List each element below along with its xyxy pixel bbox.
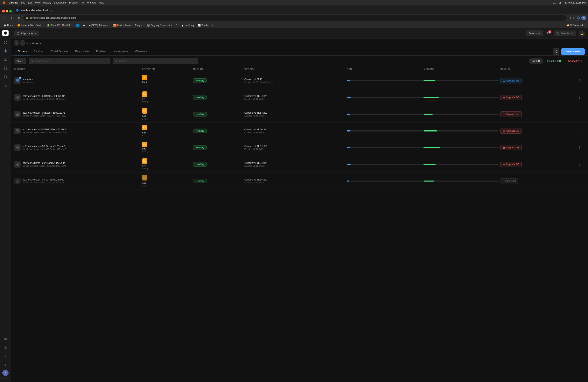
bookmark-bonds[interactable]: 📊 Bonds — [196, 23, 210, 27]
menu-window[interactable]: Window — [87, 1, 96, 4]
more-row5[interactable]: ⋮ — [577, 145, 585, 150]
sidebar-item-help[interactable]: ? — [1, 353, 9, 361]
upgrade-button-row6[interactable]: Upgrade 0/3 — [500, 162, 522, 167]
more-menu-btn-row7[interactable]: ⋮ — [577, 179, 582, 183]
more-menu-btn-row3[interactable]: ⋮ — [577, 112, 582, 117]
bookmark-aws[interactable]: 🟠 Amazon Web Servi... — [16, 23, 44, 27]
bookmark-home[interactable]: 🏠 Home — [2, 23, 15, 27]
tab-global-services[interactable]: Global Services — [47, 47, 72, 55]
search-bar[interactable]: Search ⌘K — [554, 31, 576, 36]
bookmark-rabbit[interactable]: 🐰 rabbitmq — [179, 23, 195, 27]
menu-history[interactable]: History — [43, 1, 51, 4]
menu-view[interactable]: View — [35, 1, 41, 4]
sidebar-item-github[interactable] — [1, 344, 9, 352]
bookmark-more[interactable]: » — [210, 23, 215, 27]
more-menu-btn-row2[interactable]: ⋮ — [577, 95, 582, 100]
back-button[interactable]: ‹ — [2, 15, 7, 21]
apple-menu[interactable]: 🍎 — [2, 1, 5, 4]
search-tags-input[interactable]: Search Tags... — [29, 58, 110, 64]
tab-services[interactable]: Services — [30, 47, 47, 55]
sidebar-item-settings[interactable] — [1, 361, 9, 369]
menu-profiles[interactable]: Profiles — [69, 1, 78, 4]
cast-icon[interactable]: ⊡ — [568, 16, 571, 20]
reload-button[interactable]: ↻ — [16, 15, 21, 21]
project-selector[interactable]: All projects — [14, 31, 39, 36]
more-row2[interactable]: ⋮ — [577, 95, 585, 100]
bookmark-plural[interactable]: 📗 Plural CD: The 3 Sl... — [45, 23, 74, 27]
filter-unhealthy-btn[interactable]: Unhealthy 0 — [566, 58, 585, 64]
address-bar[interactable]: 🔒 console.scale-test.onplural.sh/cd/clus… — [23, 15, 567, 21]
forward-button[interactable]: › — [9, 15, 14, 21]
theme-toggle-button[interactable]: 🌙 — [579, 30, 585, 37]
tab-pipelines[interactable]: Pipelines — [93, 47, 110, 55]
bookmark-linkedin[interactable]: in — [75, 23, 81, 27]
upgrade-button-row3[interactable]: Upgrade 0/3 — [500, 111, 522, 117]
breadcrumb-back-btn[interactable]: ‹ — [14, 41, 19, 45]
tab-namespaces[interactable]: Namespaces — [110, 47, 132, 55]
sidebar-item-grid[interactable] — [1, 64, 9, 72]
upgrade-button-row5[interactable]: Upgrade 0/3 — [500, 145, 522, 150]
upgrade-button-row4[interactable]: Upgrade 0/3 — [500, 128, 522, 134]
sidebar-avatar[interactable]: A — [2, 370, 9, 376]
tag-filter-dropdown[interactable]: Any — [14, 58, 26, 64]
profile-icon[interactable]: A — [581, 16, 586, 20]
sidebar-logo[interactable] — [2, 30, 9, 36]
more-menu-btn-row6[interactable]: ⋮ — [577, 162, 582, 167]
menu-edit[interactable]: Edit — [28, 1, 32, 4]
bookmark-new1st[interactable]: ▶ [NEW] 1st party... — [87, 23, 111, 27]
bookmark-s[interactable]: S — [174, 23, 179, 27]
more-menu-btn-scale-test[interactable]: ⋮ — [577, 78, 582, 83]
table-row[interactable]: ec2-test-cluster-i-0019a6f484956c50e han… — [11, 89, 588, 106]
more-menu-btn-row4[interactable]: ⋮ — [577, 128, 582, 133]
new-tab-btn[interactable]: + — [49, 8, 54, 14]
upgrade-button-row2[interactable]: Upgrade 0/3 — [500, 95, 522, 100]
bookmark-registry[interactable]: 🖥️ Registry Screenshot — [146, 23, 173, 27]
sidebar-item-shield[interactable] — [1, 73, 9, 81]
filter-all-btn[interactable]: All 101 — [529, 58, 543, 64]
bookmark-hn[interactable]: Y Hacker News — [112, 23, 133, 27]
sidebar-item-cd[interactable] — [1, 47, 9, 55]
extension-icon-1[interactable]: 🌐 — [577, 16, 580, 20]
table-row[interactable]: ec2-test-cluster-i-00f9078f7e916c957 han… — [11, 173, 588, 190]
table-row[interactable]: ec2-test-cluster-i-00f29ab894dee6e4b han… — [11, 156, 588, 173]
provider-type-k3s-row6: BYOK — [142, 168, 193, 170]
more-row6[interactable]: ⋮ — [577, 162, 585, 167]
active-tab[interactable]: 🔵 console.scale-test.onplural... × — [14, 7, 49, 14]
connections-icon-btn[interactable] — [553, 48, 559, 55]
sidebar-item-list[interactable] — [1, 336, 9, 343]
breadcrumb-forward-btn[interactable]: › — [20, 41, 25, 45]
bookmark-play1[interactable]: ▶ — [82, 23, 86, 27]
bookmark-all[interactable]: 📁 All Bookmarks — [565, 23, 586, 27]
bookmark-eigen[interactable]: E eigen — [134, 23, 145, 27]
filter-healthy-btn[interactable]: Healthy 101 — [545, 58, 564, 64]
create-cluster-button[interactable]: Create cluster — [561, 48, 585, 55]
tab-repositories[interactable]: Repositories — [72, 47, 93, 55]
table-row[interactable]: ec2-test-cluster-i-0062b5f45a0e1e171 han… — [11, 106, 588, 123]
table-row[interactable]: 🛡 scale-test handle: mgmt EKS EKS BYOK H… — [11, 72, 588, 89]
tab-clusters[interactable]: Clusters — [14, 47, 30, 55]
star-icon[interactable]: ☆ — [572, 16, 575, 20]
more-row7[interactable]: ⋮ — [577, 179, 585, 183]
notification-button[interactable]: 12 — [545, 30, 551, 37]
upgrade-button-scale-test[interactable]: Upgrade 3/3 — [500, 78, 522, 84]
more-scale-test[interactable]: ⋮ — [577, 78, 585, 83]
more-row3[interactable]: ⋮ — [577, 112, 585, 117]
table-row[interactable]: ec2-test-cluster-i-00d5cdaddf151ebc6 han… — [11, 139, 588, 156]
sidebar-item-users[interactable] — [1, 81, 9, 89]
close-traffic-light[interactable] — [2, 10, 5, 12]
sidebar-item-layers[interactable] — [1, 56, 9, 64]
breadcrumb-cd[interactable]: cd — [26, 42, 29, 44]
search-input[interactable]: Search — [113, 58, 198, 64]
maximize-traffic-light[interactable] — [9, 10, 12, 12]
menu-file[interactable]: File — [21, 1, 25, 4]
menu-tab[interactable]: Tab — [80, 1, 84, 4]
table-row[interactable]: ec2-test-cluster-i-009b1242eba503846 han… — [11, 123, 588, 139]
more-row4[interactable]: ⋮ — [577, 128, 585, 133]
more-menu-btn-row5[interactable]: ⋮ — [577, 145, 582, 150]
upgrade-button-row7[interactable]: Upgrade 0/3 — [500, 178, 518, 184]
menu-bookmarks[interactable]: Bookmarks — [54, 1, 66, 4]
tab-observers[interactable]: Observers — [132, 47, 150, 55]
menu-help[interactable]: Help — [99, 1, 104, 4]
sidebar-item-dashboard[interactable] — [1, 39, 9, 46]
minimize-traffic-light[interactable] — [6, 10, 8, 12]
